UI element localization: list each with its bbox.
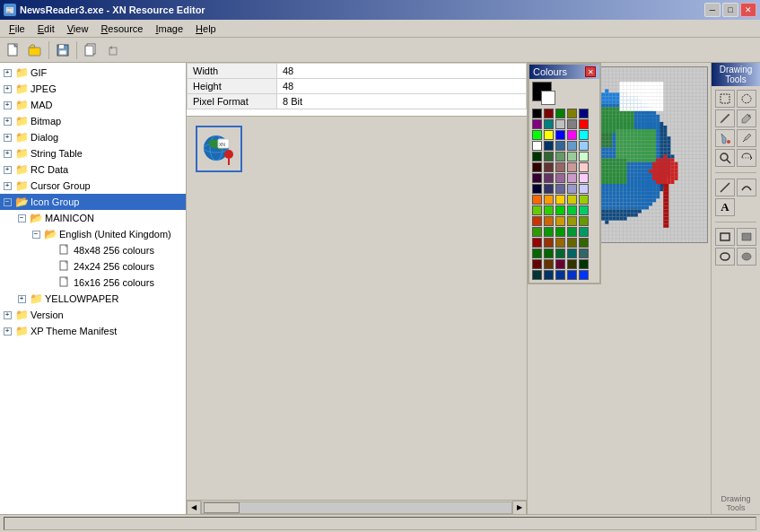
colour-swatch[interactable]	[579, 141, 589, 151]
colour-swatch[interactable]	[544, 184, 554, 194]
toolbar-copy[interactable]	[81, 40, 100, 60]
expand-bitmap[interactable]: +	[0, 114, 14, 128]
tool-eyedropper[interactable]	[737, 129, 756, 147]
colour-swatch[interactable]	[544, 270, 554, 280]
colour-swatch[interactable]	[555, 119, 565, 129]
maximize-button[interactable]: □	[722, 3, 738, 17]
colour-swatch[interactable]	[579, 238, 589, 248]
menu-file[interactable]: File	[4, 22, 31, 36]
tool-magnifier[interactable]	[715, 149, 735, 167]
expand-jpeg[interactable]: +	[0, 82, 14, 96]
colour-swatch[interactable]	[544, 227, 554, 237]
icon-item-mainicon[interactable]: XN	[196, 126, 242, 172]
colour-swatch[interactable]	[532, 162, 542, 172]
tree-item-icongroup[interactable]: − 📂 Icon Group	[0, 194, 186, 210]
colour-swatch[interactable]	[544, 205, 554, 215]
colour-swatch[interactable]	[555, 141, 565, 151]
tool-text[interactable]: A	[715, 198, 735, 216]
tool-rect-filled[interactable]	[737, 228, 756, 246]
colour-swatch[interactable]	[532, 216, 542, 226]
colour-swatch[interactable]	[544, 249, 554, 258]
colour-swatch[interactable]	[555, 238, 565, 248]
colour-swatch[interactable]	[544, 195, 554, 205]
tool-pick-color[interactable]	[737, 109, 756, 127]
colour-swatch[interactable]	[567, 249, 577, 258]
colour-swatch[interactable]	[544, 130, 554, 140]
colour-swatch[interactable]	[579, 184, 589, 194]
colour-swatch[interactable]	[579, 173, 589, 183]
colour-swatch[interactable]	[555, 259, 565, 269]
colour-swatch[interactable]	[555, 109, 565, 118]
colour-swatch[interactable]	[567, 238, 577, 248]
colour-swatch[interactable]	[579, 109, 589, 118]
menu-image[interactable]: Image	[150, 22, 188, 36]
tree-item-mad[interactable]: + 📁 MAD	[0, 97, 186, 113]
colour-swatch[interactable]	[555, 130, 565, 140]
expand-english[interactable]: −	[29, 227, 43, 241]
colour-swatch[interactable]	[579, 195, 589, 205]
colour-swatch[interactable]	[567, 205, 577, 215]
colour-swatch[interactable]	[579, 152, 589, 161]
scroll-left[interactable]: ◀	[187, 501, 201, 515]
colour-swatch[interactable]	[544, 109, 554, 118]
colour-swatch[interactable]	[532, 119, 542, 129]
tool-pencil[interactable]	[715, 109, 735, 127]
tree-item-xptheme[interactable]: + 📁 XP Theme Manifest	[0, 323, 186, 339]
menu-edit[interactable]: Edit	[32, 22, 60, 36]
tree-item-gif[interactable]: + 📁 GIF	[0, 65, 186, 81]
toolbar-save[interactable]	[53, 40, 73, 60]
expand-cursorgroup[interactable]: +	[0, 179, 14, 193]
colour-swatch[interactable]	[579, 205, 589, 215]
colour-swatch[interactable]	[567, 109, 577, 118]
colour-swatch[interactable]	[579, 130, 589, 140]
tree-panel[interactable]: + 📁 GIF + 📁 JPEG + 📁 MAD + 📁 Bitmap + 📁 …	[0, 63, 187, 514]
colour-swatch[interactable]	[544, 119, 554, 129]
expand-mainicon[interactable]: −	[14, 211, 29, 225]
tree-item-yellowpaper[interactable]: + 📁 YELLOWPAPER	[0, 291, 186, 307]
colour-swatch[interactable]	[532, 205, 542, 215]
colour-swatch[interactable]	[567, 184, 577, 194]
colour-swatch[interactable]	[567, 259, 577, 269]
colour-swatch[interactable]	[544, 162, 554, 172]
colour-swatch[interactable]	[579, 119, 589, 129]
colour-swatch[interactable]	[555, 195, 565, 205]
expand-24x24[interactable]	[43, 259, 57, 274]
colour-swatch[interactable]	[544, 152, 554, 161]
expand-dialog[interactable]: +	[0, 130, 14, 144]
colour-swatch[interactable]	[567, 216, 577, 226]
colour-swatch[interactable]	[567, 152, 577, 161]
colour-swatch[interactable]	[532, 109, 542, 118]
tree-item-english[interactable]: − 📂 English (United Kingdom)	[0, 226, 186, 242]
colour-swatch[interactable]	[555, 173, 565, 183]
colour-swatch[interactable]	[532, 152, 542, 161]
background-swatch[interactable]	[541, 91, 555, 105]
colours-close-button[interactable]: ✕	[585, 66, 596, 77]
colour-swatch[interactable]	[544, 173, 554, 183]
colour-swatch[interactable]	[532, 227, 542, 237]
colour-swatch[interactable]	[532, 173, 542, 183]
colour-swatch[interactable]	[532, 130, 542, 140]
colour-swatch[interactable]	[555, 270, 565, 280]
tree-item-16x16[interactable]: 16x16 256 colours	[0, 275, 186, 291]
icon-list-area[interactable]: XN	[187, 117, 527, 500]
colour-swatch[interactable]	[579, 216, 589, 226]
tool-ellipse-filled[interactable]	[737, 248, 756, 266]
expand-xptheme[interactable]: +	[0, 324, 14, 338]
menu-view[interactable]: View	[62, 22, 94, 36]
menu-resource[interactable]: Resource	[95, 22, 148, 36]
colour-swatch[interactable]	[579, 227, 589, 237]
toolbar-new[interactable]	[4, 40, 23, 60]
expand-gif[interactable]: +	[0, 65, 14, 80]
colour-swatch[interactable]	[555, 162, 565, 172]
colour-swatch[interactable]	[579, 162, 589, 172]
tool-line[interactable]	[715, 179, 735, 196]
tree-item-mainicon[interactable]: − 📂 MAINICON	[0, 210, 186, 226]
expand-stringtable[interactable]: +	[0, 146, 14, 161]
tree-item-cursorgroup[interactable]: + 📁 Cursor Group	[0, 178, 186, 194]
colour-swatch[interactable]	[567, 195, 577, 205]
colour-palette[interactable]	[532, 109, 597, 280]
colour-swatch[interactable]	[579, 270, 589, 280]
colour-swatch[interactable]	[567, 119, 577, 129]
colour-swatch[interactable]	[532, 184, 542, 194]
expand-icongroup[interactable]: −	[0, 195, 14, 209]
